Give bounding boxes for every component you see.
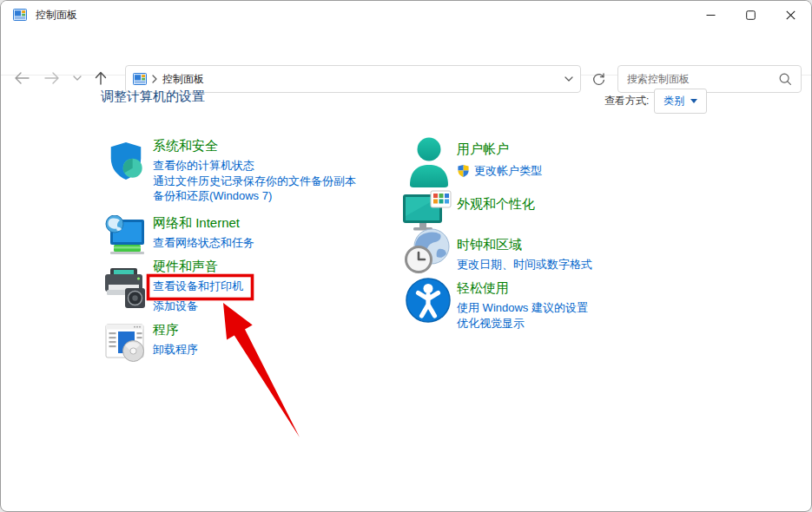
category-appearance-personalization: 外观和个性化 <box>457 195 535 213</box>
control-panel-window: 控制面板 <box>0 0 812 512</box>
view-by-dropdown[interactable]: 类别 <box>654 89 707 114</box>
chevron-down-icon <box>73 75 82 81</box>
category-title-clock-region[interactable]: 时钟和区域 <box>457 236 592 253</box>
ease-of-access-icon[interactable] <box>406 278 451 323</box>
control-panel-app-icon <box>13 8 27 22</box>
links-hardware-sound: 查看设备和打印机 添加设备 <box>153 279 243 313</box>
maximize-icon <box>746 10 756 20</box>
category-clock-region: 时钟和区域 更改日期、时间或数字格式 <box>457 236 592 272</box>
dropdown-arrow-icon <box>690 99 697 103</box>
link-view-computer-status[interactable]: 查看你的计算机状态 <box>153 158 356 174</box>
uac-shield-icon <box>457 164 470 178</box>
links-programs: 卸载程序 <box>153 342 198 358</box>
link-file-history-backup[interactable]: 通过文件历史记录保存你的文件备份副本 <box>153 174 356 189</box>
view-by-label: 查看方式: <box>604 94 649 108</box>
category-hardware-sound: 硬件和声音 查看设备和打印机 添加设备 <box>153 258 243 313</box>
category-user-accounts: 用户帐户 更改帐户类型 <box>457 141 542 179</box>
window-controls <box>690 2 810 29</box>
link-add-device[interactable]: 添加设备 <box>153 299 243 314</box>
links-clock-region: 更改日期、时间或数字格式 <box>457 257 592 272</box>
forward-arrow-icon <box>44 72 60 84</box>
link-uninstall-program[interactable]: 卸载程序 <box>153 342 198 358</box>
back-button[interactable] <box>11 67 32 89</box>
category-title-user-accounts[interactable]: 用户帐户 <box>457 141 542 158</box>
window-title: 控制面板 <box>36 8 77 23</box>
navigation-toolbar: 控制面板 <box>1 29 811 75</box>
category-title-ease-of-access[interactable]: 轻松使用 <box>457 279 588 297</box>
category-system-security: 系统和安全 查看你的计算机状态 通过文件历史记录保存你的文件备份副本 备份和还原… <box>153 137 356 204</box>
link-row-change-account-type[interactable]: 更改帐户类型 <box>457 163 542 179</box>
maximize-button[interactable] <box>730 2 770 29</box>
link-optimize-visual-display[interactable]: 优化视觉显示 <box>457 316 588 331</box>
minimize-icon <box>706 10 716 20</box>
back-arrow-icon <box>14 72 30 84</box>
view-by-control: 查看方式: 类别 <box>604 89 707 114</box>
link-change-date-time-formats[interactable]: 更改日期、时间或数字格式 <box>457 257 592 272</box>
view-by-value: 类别 <box>663 94 684 108</box>
link-suggested-settings[interactable]: 使用 Windows 建议的设置 <box>457 300 588 316</box>
title-bar: 控制面板 <box>1 1 811 29</box>
link-view-devices-and-printers[interactable]: 查看设备和打印机 <box>153 279 243 294</box>
annotation-arrow <box>223 303 300 437</box>
breadcrumb-chevron-icon <box>152 75 157 83</box>
category-network-internet: 网络和 Internet 查看网络状态和任务 <box>153 214 254 251</box>
link-change-account-type[interactable]: 更改帐户类型 <box>474 163 542 179</box>
printer-sound-icon[interactable] <box>102 266 148 309</box>
address-dropdown-chevron-icon[interactable] <box>564 76 573 82</box>
page-title: 调整计算机的设置 <box>101 89 205 105</box>
clock-region-icon[interactable] <box>404 228 451 275</box>
user-accounts-icon[interactable] <box>406 136 452 188</box>
up-button[interactable] <box>90 67 111 89</box>
category-title-network-internet[interactable]: 网络和 Internet <box>153 214 254 232</box>
close-icon <box>786 10 795 20</box>
minimize-button[interactable] <box>690 2 730 29</box>
category-title-system-security[interactable]: 系统和安全 <box>153 137 356 154</box>
links-ease-of-access: 使用 Windows 建议的设置 优化视觉显示 <box>457 300 588 331</box>
breadcrumb-item-control-panel[interactable]: 控制面板 <box>162 72 204 87</box>
search-icon <box>778 72 792 86</box>
recent-locations-button[interactable] <box>69 67 85 89</box>
refresh-icon <box>591 71 607 88</box>
links-system-security: 查看你的计算机状态 通过文件历史记录保存你的文件备份副本 备份和还原(Windo… <box>153 158 356 204</box>
category-ease-of-access: 轻松使用 使用 Windows 建议的设置 优化视觉显示 <box>457 279 588 331</box>
category-title-programs[interactable]: 程序 <box>153 321 198 338</box>
security-shield-icon[interactable] <box>106 141 146 182</box>
links-network-internet: 查看网络状态和任务 <box>153 235 254 251</box>
breadcrumb-app-icon <box>133 72 147 86</box>
refresh-button[interactable] <box>586 67 611 91</box>
appearance-icon[interactable] <box>402 190 452 232</box>
category-title-hardware-sound[interactable]: 硬件和声音 <box>153 258 243 275</box>
search-input[interactable] <box>627 73 778 85</box>
category-title-appearance-personalization[interactable]: 外观和个性化 <box>457 195 535 213</box>
network-icon[interactable] <box>104 215 146 257</box>
link-view-network-status[interactable]: 查看网络状态和任务 <box>153 235 254 251</box>
close-button[interactable] <box>770 2 810 29</box>
up-arrow-icon <box>95 71 107 85</box>
forward-button[interactable] <box>42 67 63 89</box>
programs-icon[interactable] <box>105 323 145 363</box>
category-programs: 程序 卸载程序 <box>153 321 198 358</box>
link-backup-restore-win7[interactable]: 备份和还原(Windows 7) <box>153 188 356 204</box>
